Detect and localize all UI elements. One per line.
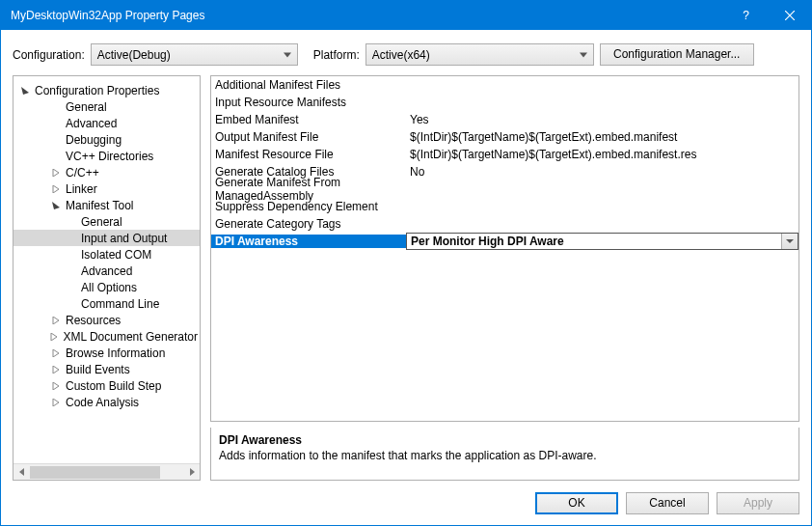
expander-none — [50, 151, 62, 162]
tree-root[interactable]: Configuration Properties — [14, 82, 200, 98]
property-row[interactable]: Additional Manifest Files — [211, 76, 798, 94]
tree-item[interactable]: C/C++ — [14, 164, 200, 180]
tree-item-label: Manifest Tool — [64, 199, 135, 212]
property-value: $(IntDir)$(TargetName)$(TargetExt).embed… — [406, 148, 798, 161]
expander-open-icon[interactable] — [50, 200, 62, 211]
property-row[interactable]: Manifest Resource File$(IntDir)$(TargetN… — [211, 146, 798, 163]
tree-item[interactable]: Command Line — [14, 295, 200, 312]
platform-combo[interactable]: Active(x64) — [365, 43, 594, 66]
tree-item[interactable]: Advanced — [14, 263, 200, 279]
property-value: No — [406, 165, 798, 179]
nav-tree: Configuration Properties GeneralAdvanced… — [13, 75, 201, 481]
tree-item-label: General — [64, 100, 109, 114]
property-value[interactable]: Per Monitor High DPI Aware — [406, 233, 798, 250]
description-heading: DPI Awareness — [219, 433, 791, 447]
chevron-down-icon — [284, 52, 291, 57]
expander-closed-icon[interactable] — [50, 380, 62, 392]
property-name: Input Resource Manifests — [211, 96, 406, 109]
expander-closed-icon[interactable] — [50, 397, 62, 408]
close-button[interactable] — [768, 1, 811, 30]
tree-item[interactable]: Resources — [14, 312, 200, 328]
tree-item-label: Code Analysis — [64, 396, 141, 409]
expander-none — [66, 282, 77, 293]
tree-item[interactable]: Input and Output — [14, 230, 200, 246]
chevron-down-icon — [580, 52, 587, 57]
property-name: Suppress Dependency Element — [211, 200, 406, 213]
tree-item-label: Build Events — [64, 363, 132, 376]
expander-none — [50, 118, 62, 129]
property-name: DPI Awareness — [211, 235, 406, 248]
property-grid: Additional Manifest FilesInput Resource … — [210, 75, 799, 422]
property-row[interactable]: Generate Category Tags — [211, 215, 798, 233]
property-value: Yes — [406, 113, 798, 126]
tree-item[interactable]: XML Document Generator — [14, 328, 200, 345]
tree-item[interactable]: Code Analysis — [14, 394, 200, 410]
configuration-combo[interactable]: Active(Debug) — [91, 43, 298, 66]
expander-open-icon[interactable] — [19, 85, 31, 97]
tree-item[interactable]: Isolated COM — [14, 246, 200, 263]
tree-item[interactable]: Custom Build Step — [14, 377, 200, 394]
expander-closed-icon[interactable] — [50, 364, 62, 375]
property-row[interactable]: Embed ManifestYes — [211, 111, 798, 128]
close-icon — [785, 11, 795, 20]
description-text: Adds information to the manifest that ma… — [219, 449, 791, 462]
expander-closed-icon[interactable] — [50, 167, 62, 179]
tree-item[interactable]: General — [14, 213, 200, 230]
property-row[interactable]: DPI AwarenessPer Monitor High DPI Aware — [211, 233, 798, 250]
ok-button[interactable]: OK — [535, 492, 618, 514]
property-name: Output Manifest File — [211, 130, 406, 144]
tree-item-label: Advanced — [79, 264, 134, 278]
tree-item[interactable]: Manifest Tool — [14, 197, 200, 213]
dropdown-button[interactable] — [781, 234, 798, 249]
expander-closed-icon[interactable] — [50, 347, 62, 359]
configuration-manager-button[interactable]: Configuration Manager... — [600, 43, 754, 66]
tree-hscrollbar[interactable] — [14, 463, 200, 480]
property-row[interactable]: Suppress Dependency Element — [211, 198, 798, 215]
tree-item[interactable]: Debugging — [14, 131, 200, 148]
tree-item-label: Linker — [64, 182, 99, 196]
tree-item[interactable]: Build Events — [14, 361, 200, 377]
tree-item[interactable]: Linker — [14, 180, 200, 197]
config-row: Configuration: Active(Debug) Platform: A… — [1, 30, 811, 75]
platform-value: Active(x64) — [372, 48, 430, 62]
description-panel: DPI Awareness Adds information to the ma… — [210, 428, 799, 481]
tree-item-label: Browse Information — [64, 346, 167, 360]
expander-closed-icon[interactable] — [50, 315, 62, 326]
tree-item-label: VC++ Directories — [64, 150, 155, 163]
property-name: Additional Manifest Files — [211, 78, 406, 92]
tree-item[interactable]: Advanced — [14, 115, 200, 131]
property-row[interactable]: Input Resource Manifests — [211, 94, 798, 111]
tree-root-label: Configuration Properties — [33, 84, 161, 97]
property-row[interactable]: Output Manifest File$(IntDir)$(TargetNam… — [211, 128, 798, 146]
scroll-right-icon[interactable] — [183, 464, 200, 481]
dialog-buttons: OK Cancel Apply — [1, 481, 811, 526]
expander-none — [66, 233, 77, 244]
property-row[interactable]: Generate Manifest From ManagedAssembly — [211, 180, 798, 198]
property-name: Manifest Resource File — [211, 148, 406, 161]
expander-closed-icon[interactable] — [48, 331, 59, 343]
chevron-down-icon — [786, 239, 794, 243]
scroll-thumb[interactable] — [30, 466, 160, 479]
tree-item-label: Custom Build Step — [64, 379, 163, 393]
configuration-value: Active(Debug) — [97, 48, 171, 62]
expander-none — [66, 249, 77, 261]
scroll-track[interactable] — [30, 464, 183, 481]
tree-item[interactable]: General — [14, 98, 200, 115]
expander-closed-icon[interactable] — [50, 183, 62, 195]
tree-item[interactable]: VC++ Directories — [14, 148, 200, 164]
tree-item[interactable]: All Options — [14, 279, 200, 295]
tree-item-label: Isolated COM — [79, 248, 153, 262]
scroll-left-icon[interactable] — [14, 464, 30, 481]
property-name: Embed Manifest — [211, 113, 406, 126]
cancel-button[interactable]: Cancel — [626, 492, 709, 514]
help-button[interactable]: ? — [724, 1, 768, 30]
expander-none — [50, 101, 62, 113]
tree-item[interactable]: Browse Information — [14, 345, 200, 361]
property-name: Generate Manifest From ManagedAssembly — [211, 176, 406, 203]
tree-item-label: Advanced — [64, 117, 119, 130]
titlebar: MyDesktopWin32App Property Pages ? — [1, 1, 811, 30]
expander-none — [66, 216, 77, 228]
property-value: $(IntDir)$(TargetName)$(TargetExt).embed… — [406, 130, 798, 144]
tree-item-label: Debugging — [64, 133, 123, 147]
platform-label: Platform: — [313, 48, 360, 62]
